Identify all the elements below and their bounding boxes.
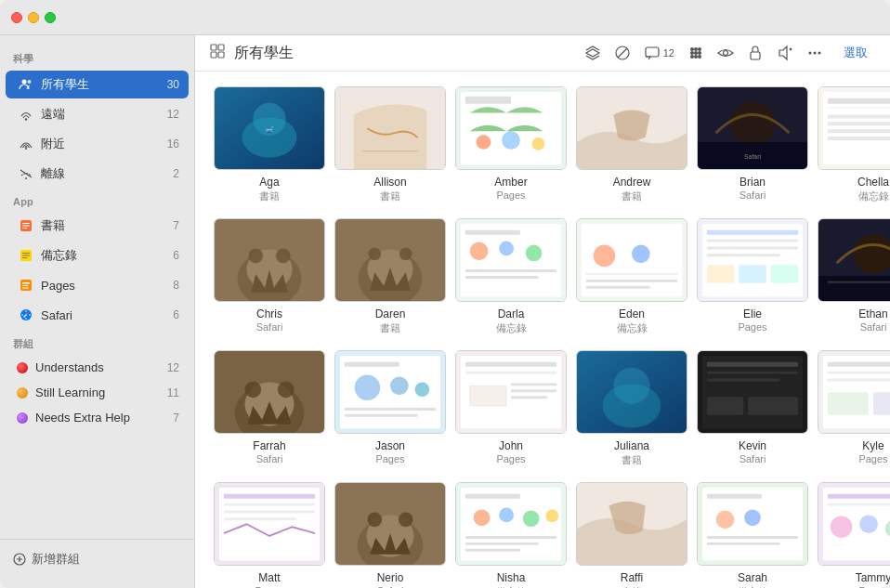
student-card-allison[interactable]: Allison書籍 bbox=[334, 86, 446, 203]
student-card-sarah[interactable]: Sarah備忘錄 bbox=[697, 482, 808, 588]
svg-point-66 bbox=[248, 248, 263, 263]
student-card-farrah[interactable]: FarrahSafari bbox=[214, 350, 325, 467]
svg-rect-115 bbox=[465, 362, 556, 367]
sidebar-item-offline[interactable]: 離線 2 bbox=[6, 160, 189, 188]
student-name-tammy: Tammy bbox=[856, 571, 890, 584]
svg-point-153 bbox=[523, 511, 540, 528]
select-button[interactable]: 選取 bbox=[836, 43, 875, 63]
svg-rect-24 bbox=[646, 47, 659, 57]
svg-rect-15 bbox=[22, 285, 28, 286]
nearby-icon bbox=[17, 135, 35, 153]
student-thumbnail-chris bbox=[214, 218, 325, 302]
student-card-eden[interactable]: Eden備忘錄 bbox=[576, 218, 687, 335]
block-toolbar-icon[interactable] bbox=[614, 45, 631, 61]
student-app-andrew: 書籍 bbox=[622, 189, 642, 203]
student-card-kevin[interactable]: KevinSafari bbox=[697, 350, 808, 467]
student-card-jason[interactable]: JasonPages bbox=[334, 350, 446, 467]
svg-rect-164 bbox=[707, 536, 798, 539]
nearby-count: 16 bbox=[167, 137, 179, 150]
toolbar-icons: 12 bbox=[584, 43, 875, 63]
svg-rect-165 bbox=[707, 542, 780, 545]
student-app-kevin: Safari bbox=[739, 453, 766, 464]
student-card-juliana[interactable]: Juliana書籍 bbox=[576, 350, 687, 467]
student-card-elie[interactable]: EliePages bbox=[697, 218, 808, 335]
student-card-ethan[interactable]: EthanSafari bbox=[818, 218, 890, 335]
nearby-label: 附近 bbox=[41, 136, 164, 152]
message-toolbar-icon[interactable]: 12 bbox=[644, 45, 674, 61]
sidebar-item-needs-extra-help[interactable]: Needs Extra Help 7 bbox=[6, 406, 189, 429]
lock-toolbar-icon[interactable] bbox=[747, 45, 764, 61]
understands-count: 12 bbox=[167, 361, 179, 374]
svg-rect-80 bbox=[465, 276, 539, 279]
main-area: 科學 所有學生 30 bbox=[0, 35, 890, 588]
svg-rect-62 bbox=[828, 137, 890, 140]
student-app-ethan: Safari bbox=[860, 321, 887, 333]
student-name-matt: Matt bbox=[258, 571, 280, 584]
sidebar-item-pages[interactable]: Pages 8 bbox=[6, 271, 189, 299]
student-name-kevin: Kevin bbox=[739, 439, 766, 452]
student-card-darla[interactable]: Darla備忘錄 bbox=[455, 218, 567, 335]
more-toolbar-icon[interactable] bbox=[806, 45, 823, 61]
svg-rect-14 bbox=[22, 282, 30, 284]
books-label: 書籍 bbox=[41, 217, 169, 234]
sidebar-item-books[interactable]: 書籍 7 bbox=[6, 212, 189, 240]
svg-rect-20 bbox=[218, 45, 224, 50]
student-card-andrew[interactable]: Andrew書籍 bbox=[576, 86, 687, 203]
svg-rect-21 bbox=[211, 52, 216, 58]
svg-point-104 bbox=[278, 381, 294, 398]
sidebar-item-notes[interactable]: 備忘錄 6 bbox=[6, 242, 189, 269]
student-card-amber[interactable]: AmberPages bbox=[455, 86, 567, 203]
student-card-tammy[interactable]: TammyPages bbox=[818, 482, 890, 588]
student-card-john[interactable]: JohnPages bbox=[455, 350, 567, 467]
view-grid-icon bbox=[210, 44, 225, 62]
student-app-chella: 備忘錄 bbox=[858, 189, 889, 203]
apps-toolbar-icon[interactable] bbox=[687, 45, 704, 61]
svg-point-0 bbox=[22, 80, 27, 85]
sidebar-item-still-learning[interactable]: Still Learning 11 bbox=[6, 381, 189, 404]
understands-label: Understands bbox=[35, 360, 164, 374]
eye-toolbar-icon[interactable] bbox=[717, 45, 734, 61]
sidebar-item-nearby[interactable]: 附近 16 bbox=[6, 130, 189, 158]
student-card-aga[interactable]: 🤿Aga書籍 bbox=[214, 86, 325, 203]
student-card-matt[interactable]: MattPages bbox=[214, 482, 325, 588]
sidebar-item-safari[interactable]: Safari 6 bbox=[6, 301, 189, 329]
svg-point-3 bbox=[25, 148, 27, 150]
app-window: 科學 所有學生 30 bbox=[0, 0, 890, 588]
student-card-chris[interactable]: ChrisSafari bbox=[214, 218, 325, 335]
student-card-kyle[interactable]: KylePages bbox=[818, 350, 890, 467]
student-card-raffi[interactable]: Raffi書籍 bbox=[576, 482, 687, 588]
close-button[interactable] bbox=[11, 12, 22, 23]
svg-point-162 bbox=[716, 511, 735, 529]
svg-rect-119 bbox=[511, 396, 547, 399]
sidebar-item-remote[interactable]: 遠端 12 bbox=[6, 100, 189, 128]
svg-rect-126 bbox=[707, 372, 798, 374]
student-card-brian[interactable]: SafariBrianSafari bbox=[697, 86, 808, 203]
sidebar-item-all-students[interactable]: 所有學生 30 bbox=[6, 71, 189, 98]
student-app-amber: Pages bbox=[496, 189, 525, 201]
mute-toolbar-icon[interactable] bbox=[777, 45, 793, 61]
student-thumbnail-eden bbox=[576, 218, 687, 302]
sidebar-item-understands[interactable]: Understands 12 bbox=[6, 356, 189, 379]
student-name-darla: Darla bbox=[498, 307, 525, 320]
student-app-farrah: Safari bbox=[256, 453, 283, 464]
student-card-nerio[interactable]: NerioSafari bbox=[334, 482, 446, 588]
student-name-chella: Chella bbox=[857, 176, 889, 189]
svg-rect-140 bbox=[224, 503, 315, 506]
student-name-andrew: Andrew bbox=[613, 176, 651, 189]
svg-rect-8 bbox=[22, 228, 27, 229]
maximize-button[interactable] bbox=[45, 12, 56, 23]
safari-count: 6 bbox=[173, 308, 179, 321]
student-thumbnail-farrah bbox=[214, 350, 325, 434]
needs-extra-help-label: Needs Extra Help bbox=[35, 411, 169, 425]
student-thumbnail-elie bbox=[697, 218, 808, 302]
student-card-nisha[interactable]: Nisha備忘錄 bbox=[455, 482, 567, 588]
student-name-brian: Brian bbox=[739, 176, 766, 189]
svg-rect-60 bbox=[828, 122, 890, 125]
remote-icon bbox=[17, 105, 35, 124]
student-card-daren[interactable]: Daren書籍 bbox=[334, 218, 446, 335]
layers-toolbar-icon[interactable] bbox=[584, 45, 601, 61]
student-card-chella[interactable]: Chella備忘錄 bbox=[818, 86, 890, 203]
minimize-button[interactable] bbox=[28, 12, 39, 23]
add-group-button[interactable]: 新增群組 bbox=[11, 547, 183, 571]
svg-rect-58 bbox=[828, 108, 890, 109]
